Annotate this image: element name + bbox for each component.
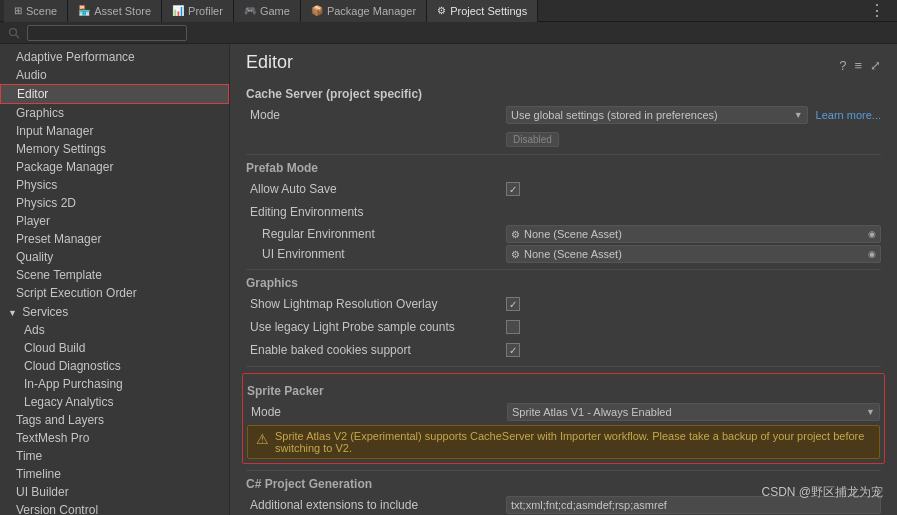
sidebar-item-preset-manager[interactable]: Preset Manager <box>0 230 229 248</box>
sidebar-item-tags-layers[interactable]: Tags and Layers <box>0 411 229 429</box>
allow-auto-save-row: Allow Auto Save <box>246 179 881 199</box>
tab-bar: ⊞ Scene 🏪 Asset Store 📊 Profiler 🎮 Game … <box>0 0 897 22</box>
cache-server-mode-dropdown[interactable]: Use global settings (stored in preferenc… <box>506 106 808 124</box>
sidebar-item-physics[interactable]: Physics <box>0 176 229 194</box>
search-input[interactable] <box>27 25 187 41</box>
expand-icon[interactable]: ⤢ <box>870 58 881 73</box>
sidebar-item-ui-builder[interactable]: UI Builder <box>0 483 229 501</box>
ui-scene-asset-icon: ⚙ <box>511 249 520 260</box>
header-icons: ? ≡ ⤢ <box>839 58 881 73</box>
allow-auto-save-label: Allow Auto Save <box>246 182 506 196</box>
sidebar-item-version-control[interactable]: Version Control <box>0 501 229 515</box>
ui-env-dropdown[interactable]: ⚙ None (Scene Asset) ◉ <box>506 245 881 263</box>
use-legacy-row: Use legacy Light Probe sample counts <box>246 317 881 337</box>
main-layout: Adaptive Performance Audio Editor Graphi… <box>0 44 897 515</box>
sprite-packer-mode-label: Mode <box>247 405 507 419</box>
sidebar-item-physics-2d[interactable]: Physics 2D <box>0 194 229 212</box>
tab-scene[interactable]: ⊞ Scene <box>4 0 68 22</box>
sidebar-item-player[interactable]: Player <box>0 212 229 230</box>
sidebar-item-textmesh-pro[interactable]: TextMesh Pro <box>0 429 229 447</box>
asset-store-icon: 🏪 <box>78 5 90 16</box>
content-header: Editor ? ≡ ⤢ <box>246 52 881 79</box>
enable-baked-label: Enable baked cookies support <box>246 343 506 357</box>
sidebar-item-ads[interactable]: Ads <box>0 321 229 339</box>
sidebar-item-editor[interactable]: Editor <box>0 84 229 104</box>
settings-icon: ⚙ <box>437 5 446 16</box>
svg-line-1 <box>16 34 19 37</box>
sidebar-item-input-manager[interactable]: Input Manager <box>0 122 229 140</box>
enable-baked-row: Enable baked cookies support <box>246 340 881 360</box>
sidebar-item-cloud-diagnostics[interactable]: Cloud Diagnostics <box>0 357 229 375</box>
sidebar-item-script-execution[interactable]: Script Execution Order <box>0 284 229 302</box>
show-lightmap-label: Show Lightmap Resolution Overlay <box>246 297 506 311</box>
learn-more-link[interactable]: Learn more... <box>816 109 881 121</box>
additional-ext-field[interactable]: txt;xml;fnt;cd;asmdef;rsp;asmref <box>506 496 881 514</box>
help-icon[interactable]: ? <box>839 58 846 73</box>
sidebar-item-adaptive[interactable]: Adaptive Performance <box>0 48 229 66</box>
sprite-packer-mode-row: Mode Sprite Atlas V1 - Always Enabled ▼ <box>247 402 880 422</box>
game-icon: 🎮 <box>244 5 256 16</box>
additional-ext-label: Additional extensions to include <box>246 498 506 512</box>
prefab-mode-label: Prefab Mode <box>246 161 881 175</box>
profiler-icon: 📊 <box>172 5 184 16</box>
sidebar-item-cloud-build[interactable]: Cloud Build <box>0 339 229 357</box>
tab-game[interactable]: 🎮 Game <box>234 0 301 22</box>
cache-server-mode-value: Use global settings (stored in preferenc… <box>506 106 881 124</box>
search-area <box>0 22 897 44</box>
sprite-packer-arrow-icon: ▼ <box>866 407 875 417</box>
additional-ext-row: Additional extensions to include txt;xml… <box>246 495 881 515</box>
sidebar-item-quality[interactable]: Quality <box>0 248 229 266</box>
editing-env-row: Editing Environments <box>246 202 881 222</box>
sidebar-item-timeline[interactable]: Timeline <box>0 465 229 483</box>
warning-icon: ⚠ <box>256 431 269 447</box>
sidebar-item-audio[interactable]: Audio <box>0 66 229 84</box>
show-lightmap-row: Show Lightmap Resolution Overlay <box>246 294 881 314</box>
disabled-tag: Disabled <box>506 132 559 147</box>
tab-asset-store[interactable]: 🏪 Asset Store <box>68 0 162 22</box>
ui-env-arrow-icon: ◉ <box>868 249 876 259</box>
scene-asset-icon: ⚙ <box>511 229 520 240</box>
content-panel: Editor ? ≡ ⤢ Cache Server (project speci… <box>230 44 897 515</box>
regular-env-row: Regular Environment ⚙ None (Scene Asset)… <box>246 225 881 243</box>
tab-profiler[interactable]: 📊 Profiler <box>162 0 234 22</box>
sidebar-item-time[interactable]: Time <box>0 447 229 465</box>
sidebar: Adaptive Performance Audio Editor Graphi… <box>0 44 230 515</box>
cache-server-mode-row: Mode Use global settings (stored in pref… <box>246 105 881 125</box>
sidebar-group-services[interactable]: ▼ Services <box>0 302 229 321</box>
settings-menu-icon[interactable]: ≡ <box>854 58 862 73</box>
sidebar-item-legacy-analytics[interactable]: Legacy Analytics <box>0 393 229 411</box>
cache-server-section-label: Cache Server (project specific) <box>246 87 881 101</box>
ui-env-label: UI Environment <box>246 247 506 261</box>
svg-point-0 <box>10 28 17 35</box>
tab-menu-button[interactable]: ⋮ <box>861 0 893 22</box>
ui-env-row: UI Environment ⚙ None (Scene Asset) ◉ <box>246 245 881 263</box>
sprite-packer-mode-dropdown[interactable]: Sprite Atlas V1 - Always Enabled ▼ <box>507 403 880 421</box>
allow-auto-save-checkbox[interactable] <box>506 182 520 196</box>
services-arrow-icon: ▼ <box>8 308 17 318</box>
page-title: Editor <box>246 52 293 73</box>
sidebar-item-in-app-purchasing[interactable]: In-App Purchasing <box>0 375 229 393</box>
sprite-packer-label: Sprite Packer <box>247 384 880 398</box>
regular-env-label: Regular Environment <box>246 227 506 241</box>
use-legacy-checkbox[interactable] <box>506 320 520 334</box>
sidebar-item-memory-settings[interactable]: Memory Settings <box>0 140 229 158</box>
editing-env-label: Editing Environments <box>246 205 506 219</box>
show-lightmap-checkbox[interactable] <box>506 297 520 311</box>
enable-baked-checkbox[interactable] <box>506 343 520 357</box>
regular-env-dropdown[interactable]: ⚙ None (Scene Asset) ◉ <box>506 225 881 243</box>
sidebar-item-package-manager[interactable]: Package Manager <box>0 158 229 176</box>
search-icon <box>8 27 20 39</box>
scene-icon: ⊞ <box>14 5 22 16</box>
sprite-packer-warning: ⚠ Sprite Atlas V2 (Experimental) support… <box>247 425 880 459</box>
regular-env-arrow-icon: ◉ <box>868 229 876 239</box>
sprite-packer-section: Sprite Packer Mode Sprite Atlas V1 - Alw… <box>242 373 885 464</box>
use-legacy-label: Use legacy Light Probe sample counts <box>246 320 506 334</box>
sidebar-item-scene-template[interactable]: Scene Template <box>0 266 229 284</box>
cache-server-mode-label: Mode <box>246 108 506 122</box>
sidebar-item-graphics[interactable]: Graphics <box>0 104 229 122</box>
graphics-section-label: Graphics <box>246 276 881 290</box>
tab-package-manager[interactable]: 📦 Package Manager <box>301 0 427 22</box>
csharp-section-label: C# Project Generation <box>246 477 881 491</box>
tab-project-settings[interactable]: ⚙ Project Settings <box>427 0 538 22</box>
package-icon: 📦 <box>311 5 323 16</box>
